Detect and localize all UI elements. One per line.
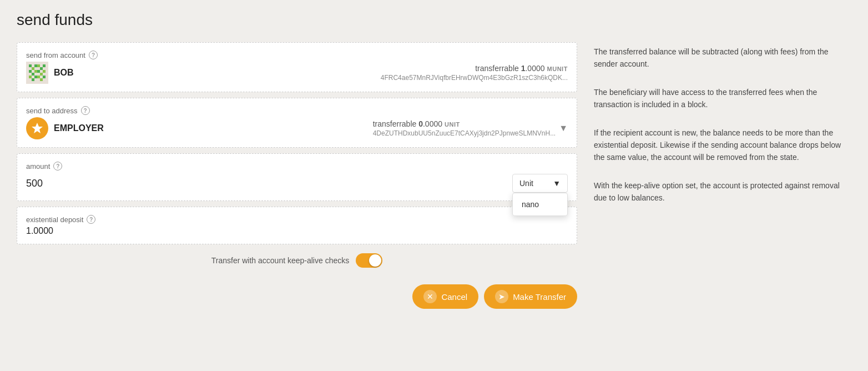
from-account-card: send from account ? bbox=[17, 42, 577, 92]
amount-input[interactable]: 500 bbox=[26, 178, 512, 189]
amount-label: amount ? bbox=[26, 162, 568, 171]
svg-rect-18 bbox=[40, 78, 43, 81]
svg-rect-6 bbox=[40, 67, 43, 70]
svg-rect-10 bbox=[43, 70, 46, 73]
to-address-row: EMPLOYER transferrable 0.0000 UNIT 4DeZU… bbox=[26, 117, 568, 139]
keep-alive-label: Transfer with account keep-alive checks bbox=[211, 256, 349, 265]
unit-dropdown[interactable]: Unit ▼ bbox=[512, 174, 568, 193]
to-transferable: transferrable 0.0000 UNIT bbox=[373, 119, 556, 128]
svg-rect-7 bbox=[29, 70, 32, 73]
svg-rect-4 bbox=[43, 64, 46, 67]
cancel-button[interactable]: ✕ Cancel bbox=[412, 284, 478, 309]
to-info-block: The beneficiary will have access to the … bbox=[594, 86, 851, 111]
to-address-details: transferrable 0.0000 UNIT 4DeZUTHDxubUU5… bbox=[373, 119, 556, 137]
svg-rect-12 bbox=[40, 73, 43, 76]
svg-rect-14 bbox=[34, 76, 37, 78]
svg-rect-1 bbox=[29, 64, 32, 67]
from-info-text: The transferred balance will be subtract… bbox=[594, 46, 851, 71]
from-address: 4FRC4ae57MnRJViqfbrEHrwDWQm4E3bGzR1szC3h… bbox=[381, 74, 568, 82]
cancel-icon: ✕ bbox=[423, 290, 437, 303]
from-account-help-icon[interactable]: ? bbox=[89, 51, 98, 59]
employer-avatar bbox=[26, 117, 48, 139]
svg-rect-13 bbox=[29, 76, 32, 78]
to-account-name: EMPLOYER bbox=[54, 123, 104, 133]
to-address-card: send to address ? EMPLOYER transferrable bbox=[17, 98, 577, 148]
svg-rect-17 bbox=[32, 78, 34, 81]
from-account-left: BOB bbox=[26, 62, 74, 84]
keep-alive-row: Transfer with account keep-alive checks bbox=[17, 253, 577, 268]
amount-info-text: If the recipient account is new, the bal… bbox=[594, 127, 851, 164]
button-row: ✕ Cancel ➤ Make Transfer bbox=[17, 284, 577, 309]
nano-option[interactable]: nano bbox=[513, 193, 567, 215]
svg-marker-19 bbox=[32, 123, 43, 133]
existential-deposit-section: existential deposit ? 1.0000 bbox=[17, 207, 577, 244]
bob-avatar bbox=[26, 62, 48, 84]
from-transferable: transferrable 1.0000 MUNIT bbox=[381, 64, 568, 73]
info-area: The transferred balance will be subtract… bbox=[594, 42, 851, 220]
existential-deposit-help-icon[interactable]: ? bbox=[87, 215, 95, 224]
main-layout: send from account ? bbox=[17, 42, 851, 309]
toggle-knob bbox=[369, 254, 381, 267]
from-account-label: send from account ? bbox=[26, 51, 568, 59]
unit-area: Unit ▼ nano bbox=[512, 174, 568, 193]
to-address-hash: 4DeZUTHDxubUU5nZuucE7tCAXyj3jdn2PJpnweSL… bbox=[373, 129, 556, 137]
svg-rect-8 bbox=[34, 70, 37, 73]
to-address-right: transferrable 0.0000 UNIT 4DeZUTHDxubUU5… bbox=[373, 119, 568, 137]
unit-chevron-icon: ▼ bbox=[553, 179, 561, 188]
svg-rect-16 bbox=[43, 76, 46, 78]
amount-section: amount ? 500 Unit ▼ nano bbox=[17, 153, 577, 201]
transfer-icon: ➤ bbox=[495, 290, 508, 303]
make-transfer-button[interactable]: ➤ Make Transfer bbox=[484, 284, 577, 309]
nano-dropdown: nano bbox=[512, 193, 568, 216]
amount-info-block: If the recipient account is new, the bal… bbox=[594, 127, 851, 164]
svg-rect-5 bbox=[32, 67, 34, 70]
svg-rect-15 bbox=[37, 76, 40, 78]
svg-rect-3 bbox=[37, 64, 40, 67]
from-account-row: BOB transferrable 1.0000 MUNIT 4FRC4ae57… bbox=[26, 62, 568, 84]
keep-alive-info-text: With the keep-alive option set, the acco… bbox=[594, 179, 851, 204]
amount-help-icon[interactable]: ? bbox=[53, 162, 62, 171]
form-area: send from account ? bbox=[17, 42, 577, 309]
svg-rect-9 bbox=[37, 70, 40, 73]
existential-deposit-label: existential deposit ? bbox=[26, 215, 568, 224]
amount-row: 500 Unit ▼ nano bbox=[26, 174, 568, 193]
to-address-left: EMPLOYER bbox=[26, 117, 104, 139]
svg-rect-11 bbox=[32, 73, 34, 76]
svg-rect-2 bbox=[34, 64, 37, 67]
to-address-help-icon[interactable]: ? bbox=[81, 106, 90, 115]
to-address-chevron-icon[interactable]: ▼ bbox=[559, 123, 568, 133]
page-title: send funds bbox=[17, 11, 851, 29]
keep-alive-info-block: With the keep-alive option set, the acco… bbox=[594, 179, 851, 204]
from-info-block: The transferred balance will be subtract… bbox=[594, 46, 851, 71]
from-account-right: transferrable 1.0000 MUNIT 4FRC4ae57MnRJ… bbox=[381, 64, 568, 82]
to-info-text: The beneficiary will have access to the … bbox=[594, 86, 851, 111]
to-address-label: send to address ? bbox=[26, 106, 568, 115]
from-account-name: BOB bbox=[54, 68, 74, 78]
keep-alive-toggle[interactable] bbox=[356, 253, 382, 268]
existential-deposit-value: 1.0000 bbox=[26, 226, 568, 236]
